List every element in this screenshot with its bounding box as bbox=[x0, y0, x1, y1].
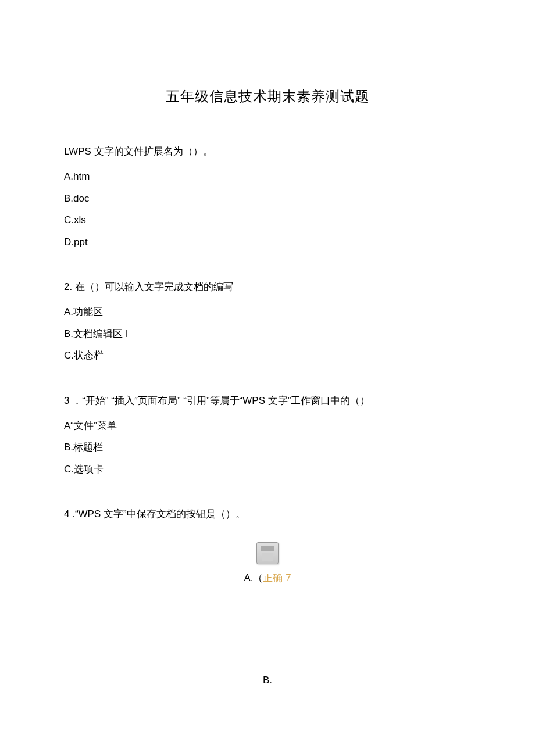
question-2-option-b: B.文档编辑区 I bbox=[64, 323, 471, 345]
question-1-option-c: C.xls bbox=[64, 209, 471, 231]
document-page: 五年级信息技术期末素养测试题 LWPS 文字的文件扩展名为（）。 A.htm B… bbox=[0, 0, 535, 686]
question-1-option-a: A.htm bbox=[64, 166, 471, 187]
question-4-answer-a-prefix: A.（ bbox=[244, 572, 263, 583]
question-2-option-c: C.状态栏 bbox=[64, 345, 471, 366]
question-1-option-d: D.ppt bbox=[64, 231, 471, 253]
question-3: 3 ．“开始” “插入″页面布局” “引用”等属于“WPS 文字”工作窗口中的（… bbox=[64, 390, 471, 481]
question-3-text: 3 ．“开始” “插入″页面布局” “引用”等属于“WPS 文字”工作窗口中的（… bbox=[64, 390, 471, 411]
correct-marker: 正确 7 bbox=[263, 572, 291, 583]
question-3-option-b: B.标题栏 bbox=[64, 436, 471, 458]
question-2: 2. 在（）可以输入文字完成文档的编写 A.功能区 B.文档编辑区 I C.状态… bbox=[64, 276, 471, 367]
question-4: 4 .“WPS 文字”中保存文档的按钮是（）。 A.（正确 7 B. bbox=[64, 503, 471, 686]
question-4-image-block: A.（正确 7 bbox=[64, 542, 471, 585]
question-1-option-b: B.doc bbox=[64, 188, 471, 209]
question-4-option-b: B. bbox=[64, 675, 471, 686]
question-1: LWPS 文字的文件扩展名为（）。 A.htm B.doc C.xls D.pp… bbox=[64, 141, 471, 253]
save-icon bbox=[256, 542, 279, 564]
question-3-option-a: A“文件”菜单 bbox=[64, 415, 471, 436]
question-4-text: 4 .“WPS 文字”中保存文档的按钮是（）。 bbox=[64, 503, 471, 525]
question-1-text: LWPS 文字的文件扩展名为（）。 bbox=[64, 141, 471, 162]
question-2-option-a: A.功能区 bbox=[64, 301, 471, 323]
question-4-option-a: A.（正确 7 bbox=[64, 571, 471, 585]
page-title: 五年级信息技术期末素养测试题 bbox=[64, 87, 471, 106]
question-2-text: 2. 在（）可以输入文字完成文档的编写 bbox=[64, 276, 471, 298]
question-3-option-c: C.选项卡 bbox=[64, 458, 471, 480]
